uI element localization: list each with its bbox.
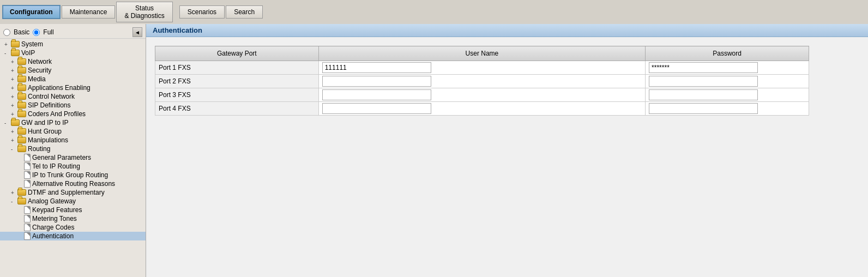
username-cell-3	[318, 102, 645, 116]
sidebar-item-network-label: Network	[28, 58, 52, 65]
sidebar-item-system[interactable]: + System	[0, 40, 146, 49]
content-header: Authentication	[146, 24, 868, 37]
expand-network-icon: +	[11, 59, 17, 65]
sidebar-item-charge-codes-label: Charge Codes	[32, 224, 74, 231]
sidebar-item-authentication[interactable]: Authentication	[0, 232, 146, 240]
expand-iptk-icon	[17, 172, 24, 178]
folder-app-enabling-icon	[17, 85, 26, 91]
tab-maintenance[interactable]: Maintenance	[62, 5, 116, 19]
sidebar-item-alt-routing[interactable]: Alternative Routing Reasons	[0, 179, 146, 188]
password-input-2[interactable]	[649, 89, 758, 100]
authentication-table: Gateway Port User Name Password Port 1 F…	[155, 46, 809, 116]
folder-dtmf-icon	[17, 189, 26, 196]
folder-coders-icon	[17, 111, 26, 117]
sidebar-item-analog-gateway-label: Analog Gateway	[28, 197, 76, 205]
sidebar-item-gw-ip[interactable]: - GW and IP to IP	[0, 118, 146, 127]
col-gateway-port: Gateway Port	[155, 46, 319, 61]
username-cell-1	[318, 75, 645, 88]
sidebar-item-dtmf[interactable]: + DTMF and Supplementary	[0, 188, 146, 197]
password-input-0[interactable]	[649, 62, 758, 73]
sidebar-item-security[interactable]: + Security	[0, 66, 146, 75]
sidebar-item-system-label: System	[21, 40, 43, 48]
tab-configuration[interactable]: Configuration	[2, 5, 61, 19]
expand-auth-icon	[17, 233, 24, 239]
sidebar-item-tel-ip-routing-label: Tel to IP Routing	[32, 162, 80, 170]
expand-app-enabling-icon: +	[11, 85, 17, 91]
sidebar-item-voip[interactable]: - VoIP	[0, 49, 146, 57]
sidebar-item-keypad-features-label: Keypad Features	[32, 206, 82, 214]
sidebar-item-applications-enabling[interactable]: + Applications Enabling	[0, 83, 146, 92]
folder-voip-icon	[11, 50, 20, 56]
search-button[interactable]: Search	[226, 5, 263, 19]
sidebar-item-dtmf-label: DTMF and Supplementary	[28, 189, 105, 196]
sidebar-item-analog-gateway[interactable]: - Analog Gateway	[0, 197, 146, 206]
password-input-3[interactable]	[649, 103, 758, 114]
folder-media-icon	[17, 76, 26, 82]
file-ip-trunk-routing-icon	[24, 171, 31, 179]
username-input-3[interactable]	[322, 103, 431, 114]
col-username: User Name	[318, 46, 645, 61]
sidebar-item-network[interactable]: + Network	[0, 57, 146, 66]
sidebar-item-applications-enabling-label: Applications Enabling	[28, 84, 91, 92]
view-full-label: Full	[43, 28, 53, 36]
content-body: Gateway Port User Name Password Port 1 F…	[146, 37, 868, 124]
username-cell-2	[318, 88, 645, 102]
password-cell-1	[646, 75, 809, 88]
sidebar-item-routing[interactable]: - Routing	[0, 144, 146, 153]
folder-sip-icon	[17, 102, 26, 109]
sidebar-item-metering-tones-label: Metering Tones	[32, 215, 77, 222]
password-cell-3	[646, 102, 809, 116]
sidebar-item-manipulations-label: Manipulations	[28, 136, 68, 144]
sidebar-item-ip-trunk-routing-label: IP to Trunk Group Routing	[32, 171, 108, 179]
username-input-2[interactable]	[322, 89, 431, 100]
sidebar-item-ip-trunk-routing[interactable]: IP to Trunk Group Routing	[0, 171, 146, 179]
tab-status-diagnostics[interactable]: Status & Diagnostics	[116, 2, 172, 22]
sidebar-item-coders-profiles[interactable]: + Coders And Profiles	[0, 110, 146, 118]
folder-security-icon	[17, 67, 26, 74]
expand-coders-icon: +	[11, 111, 17, 117]
folder-manip-icon	[17, 137, 26, 143]
folder-network-icon	[17, 58, 26, 65]
folder-hunt-icon	[17, 128, 26, 135]
sidebar-item-hunt-group[interactable]: + Hunt Group	[0, 127, 146, 136]
sidebar-item-charge-codes[interactable]: Charge Codes	[0, 223, 146, 232]
view-basic-radio[interactable]	[3, 29, 10, 36]
file-metering-tones-icon	[24, 215, 31, 222]
file-charge-codes-icon	[24, 224, 31, 231]
folder-gw-icon	[11, 119, 20, 126]
password-cell-0	[646, 61, 809, 75]
sidebar-item-media[interactable]: + Media	[0, 75, 146, 83]
folder-system-icon	[11, 41, 20, 47]
sidebar: Basic Full ◄ + System - VoIP + Network +	[0, 24, 146, 277]
sidebar-item-metering-tones[interactable]: Metering Tones	[0, 214, 146, 223]
sidebar-item-manipulations[interactable]: + Manipulations	[0, 136, 146, 144]
sidebar-item-control-network[interactable]: + Control Network	[0, 92, 146, 101]
expand-tel-icon	[17, 164, 24, 170]
sidebar-item-media-label: Media	[28, 75, 46, 83]
sidebar-item-general-parameters[interactable]: General Parameters	[0, 153, 146, 162]
sidebar-item-control-network-label: Control Network	[28, 93, 75, 100]
expand-analog-icon: -	[11, 198, 17, 204]
sidebar-item-sip-definitions[interactable]: + SIP Definitions	[0, 101, 146, 110]
sidebar-item-keypad-features[interactable]: Keypad Features	[0, 206, 146, 214]
port-label-3: Port 4 FXS	[155, 102, 319, 116]
file-tel-ip-routing-icon	[24, 162, 31, 170]
username-cell-0	[318, 61, 645, 75]
expand-system-icon: +	[4, 41, 11, 47]
sidebar-item-tel-ip-routing[interactable]: Tel to IP Routing	[0, 162, 146, 171]
expand-gp-icon	[17, 155, 24, 161]
file-general-parameters-icon	[24, 154, 31, 161]
sidebar-collapse-button[interactable]: ◄	[132, 27, 142, 37]
expand-gw-icon: -	[4, 120, 11, 126]
username-input-0[interactable]	[322, 62, 431, 73]
sidebar-item-alt-routing-label: Alternative Routing Reasons	[32, 180, 115, 188]
table-row: Port 4 FXS	[155, 102, 809, 116]
toolbar: Configuration Maintenance Status & Diagn…	[0, 0, 868, 24]
username-input-1[interactable]	[322, 76, 431, 87]
view-full-radio[interactable]	[33, 29, 40, 36]
expand-manip-icon: +	[11, 137, 17, 143]
scenarios-button[interactable]: Scenarios	[179, 5, 225, 19]
expand-routing-icon: -	[11, 146, 17, 152]
password-input-1[interactable]	[649, 76, 758, 87]
port-label-1: Port 2 FXS	[155, 75, 319, 88]
